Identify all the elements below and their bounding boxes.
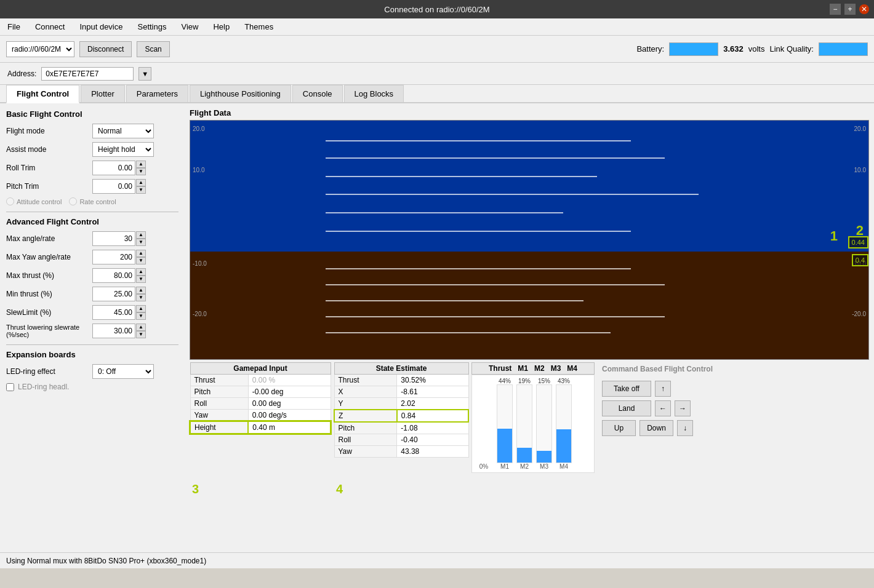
thrust-lower-down[interactable]: ▼	[136, 331, 146, 338]
tab-console[interactable]: Console	[292, 85, 343, 102]
scan-button[interactable]: Scan	[137, 41, 169, 57]
addrbar: Address: ▼	[0, 63, 874, 85]
m1-bar	[497, 429, 512, 463]
roll-trim-input[interactable]	[92, 161, 135, 175]
menu-file[interactable]: File	[5, 21, 23, 33]
pitch-trim-up[interactable]: ▲	[136, 179, 146, 186]
roll-trim-down[interactable]: ▼	[136, 168, 146, 175]
state-roll-value: -0.40	[397, 434, 468, 446]
tab-parameters[interactable]: Parameters	[126, 85, 188, 102]
max-thrust-up[interactable]: ▲	[136, 268, 146, 276]
pitch-trim-down[interactable]: ▼	[136, 186, 146, 194]
m3-bar	[537, 451, 551, 463]
maximize-button[interactable]: +	[844, 4, 856, 15]
thrust-panel-title: Thrust M1 M2 M3 M4	[471, 362, 595, 375]
pitch-trim-input[interactable]	[92, 179, 135, 194]
annot-3: 3	[192, 482, 199, 496]
max-yaw-up[interactable]: ▲	[136, 250, 146, 257]
thrust-lower-input[interactable]	[92, 324, 135, 338]
gamepad-thrust-row: Thrust 0.00 %	[190, 375, 331, 386]
address-input[interactable]	[41, 67, 134, 81]
up-button[interactable]: Up	[602, 420, 636, 436]
max-angle-down[interactable]: ▼	[136, 239, 146, 246]
led-ring-select[interactable]: 0: Off	[92, 364, 154, 379]
attitude-control-radio[interactable]	[6, 197, 14, 205]
hline-g3	[326, 300, 583, 301]
flight-chart: 20.0 10.0 20.0 10.0 1 2 0.44 -10.0	[190, 120, 869, 360]
menu-themes[interactable]: Themes	[242, 21, 276, 33]
min-thrust-input[interactable]	[92, 287, 135, 301]
min-thrust-down[interactable]: ▼	[136, 294, 146, 301]
hline-6	[326, 231, 631, 232]
flight-data-title: Flight Data	[190, 108, 869, 117]
max-angle-input[interactable]	[92, 231, 135, 246]
flight-mode-label: Flight mode	[6, 127, 92, 135]
arrow-left-button[interactable]: ←	[655, 400, 671, 416]
min-thrust-up[interactable]: ▲	[136, 287, 146, 294]
m1-label: M1	[500, 463, 509, 470]
m2-bar	[517, 448, 532, 463]
rate-control-radio[interactable]	[69, 197, 77, 205]
advanced-flight-title: Advanced Flight Control	[6, 217, 178, 226]
land-button[interactable]: Land	[602, 400, 651, 416]
disconnect-button[interactable]: Disconnect	[79, 41, 132, 57]
max-thrust-input[interactable]	[92, 268, 135, 283]
gamepad-roll-value: 0.00 deg	[248, 398, 331, 410]
state-title: State Estimate	[334, 363, 468, 375]
assist-mode-select[interactable]: Height hold None Position hold	[92, 142, 154, 157]
down-button[interactable]: Down	[639, 420, 673, 436]
tab-log-blocks[interactable]: Log Blocks	[344, 85, 404, 102]
menu-help[interactable]: Help	[210, 21, 232, 33]
state-panel: State Estimate Thrust 30.52% X -8.61 Y	[334, 362, 469, 498]
max-yaw-input[interactable]	[92, 250, 135, 264]
chart-sky: 20.0 10.0 20.0 10.0 1 2 0.44	[190, 121, 868, 252]
max-thrust-down[interactable]: ▼	[136, 276, 146, 283]
menu-settings[interactable]: Settings	[135, 21, 169, 33]
gamepad-thrust-label: Thrust	[190, 375, 248, 386]
state-pitch-row: Pitch -1.08	[334, 422, 468, 434]
m3-pct: 15%	[538, 378, 550, 384]
state-y-row: Y 2.02	[334, 398, 468, 410]
min-thrust-label: Min thrust (%)	[6, 290, 92, 298]
menu-connect[interactable]: Connect	[33, 21, 67, 33]
thrust-lower-up[interactable]: ▲	[136, 324, 146, 331]
close-button[interactable]: ✕	[859, 4, 869, 14]
take-off-button[interactable]: Take off	[602, 381, 651, 397]
state-roll-label: Roll	[334, 434, 397, 446]
bottom-panels: Gamepad Input Thrust 0.00 % Pitch -0.00 …	[190, 362, 869, 498]
pitch-trim-row: Pitch Trim ▲ ▼	[6, 179, 178, 194]
radio-address-select[interactable]: radio://0/60/2M	[6, 41, 74, 57]
hline-2	[326, 157, 665, 159]
tab-flight-control[interactable]: Flight Control	[6, 85, 79, 103]
tab-lighthouse-positioning[interactable]: Lighthouse Positioning	[190, 85, 291, 102]
max-yaw-down[interactable]: ▼	[136, 257, 146, 264]
roll-trim-up[interactable]: ▲	[136, 161, 146, 168]
motor-bars-container: 0% 44% M1 19%	[471, 375, 595, 473]
m4-bar-wrap	[556, 384, 572, 463]
address-arrow-button[interactable]: ▼	[138, 67, 151, 81]
minimize-button[interactable]: −	[830, 4, 841, 15]
led-heading-label: LED-ring headl.	[18, 383, 69, 391]
menu-view[interactable]: View	[178, 21, 201, 33]
pitch-trim-label: Pitch Trim	[6, 182, 92, 191]
slew-down[interactable]: ▼	[136, 312, 146, 320]
led-heading-checkbox[interactable]	[6, 383, 14, 391]
right-panel: Flight Data 20.0 10.0 20.0 10.0 1 2	[185, 103, 874, 552]
crosshair-bottom-box: 0.4	[852, 254, 868, 266]
state-z-row: Z 0.84	[334, 410, 468, 422]
max-angle-up[interactable]: ▲	[136, 231, 146, 239]
max-angle-label: Max angle/rate	[6, 234, 92, 243]
arrow-up-button[interactable]: ↑	[655, 381, 671, 397]
state-yaw-row: Yaw 43.38	[334, 446, 468, 458]
slew-up[interactable]: ▲	[136, 305, 146, 312]
slew-input[interactable]	[92, 305, 135, 320]
arrow-down-button[interactable]: ↓	[677, 420, 693, 436]
flight-mode-select[interactable]: Normal Advanced	[92, 124, 154, 138]
max-thrust-row: Max thrust (%) ▲ ▼	[6, 268, 178, 283]
arrow-right-button[interactable]: →	[675, 400, 691, 416]
menu-input-device[interactable]: Input device	[77, 21, 125, 33]
tab-plotter[interactable]: Plotter	[81, 85, 125, 102]
m2-label: M2	[520, 463, 529, 470]
basic-flight-title: Basic Flight Control	[6, 109, 178, 119]
state-yaw-value: 43.38	[397, 446, 468, 458]
